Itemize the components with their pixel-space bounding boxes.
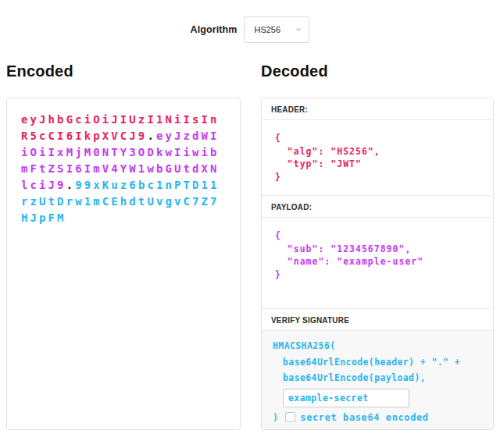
algorithm-bar: Algorithm HS256 ⌄ (0, 16, 500, 43)
payload-json-editor[interactable]: { "sub": "1234567890", "name": "example-… (262, 218, 493, 309)
decoded-title: Decoded (261, 61, 494, 81)
token-dot-separator: . (147, 130, 156, 142)
base64-checkbox-label[interactable]: secret base64 encoded (300, 410, 428, 425)
base64-checkbox[interactable] (285, 412, 295, 422)
algorithm-selected-value: HS256 (254, 25, 280, 34)
signature-close-row: ) secret base64 encoded (273, 410, 484, 425)
verify-signature-area: HMACSHA256( base64UrlEncode(header) + ".… (262, 331, 493, 429)
token-dot-separator: . (66, 179, 76, 191)
signature-code-line-2: base64UrlEncode(header) + "." + (283, 354, 484, 371)
encoded-column: Encoded eyJhbGciOiJIUzI1NiIsInR5cCI6IkpX… (6, 61, 241, 430)
header-section-label: HEADER: (262, 98, 493, 120)
decoded-panel: HEADER: { "alg": "HS256", "typ": "JWT" }… (261, 98, 494, 430)
chevron-down-icon: ⌄ (294, 24, 303, 32)
header-json-editor[interactable]: { "alg": "HS256", "typ": "JWT" } (262, 120, 493, 196)
algorithm-label: Algorithm (191, 24, 238, 35)
close-paren: ) (273, 410, 278, 425)
payload-section-label: PAYLOAD: (262, 196, 493, 218)
signature-code-line-3: base64UrlEncode(payload), (283, 370, 484, 386)
secret-input[interactable] (283, 389, 409, 407)
algorithm-select[interactable]: HS256 ⌄ (244, 16, 309, 43)
encoded-token-editor[interactable]: eyJhbGciOiJIUzI1NiIsInR5cCI6IkpXVCJ9.eyJ… (6, 98, 241, 430)
verify-signature-label: VERIFY SIGNATURE (262, 309, 493, 331)
encoded-title: Encoded (6, 61, 241, 81)
signature-code-line-1: HMACSHA256( (273, 338, 484, 354)
decoded-column: Decoded HEADER: { "alg": "HS256", "typ":… (261, 61, 494, 430)
